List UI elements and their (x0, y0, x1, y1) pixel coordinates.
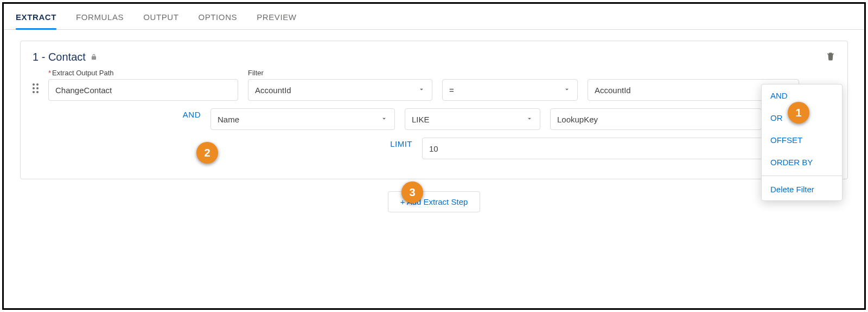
extract-step-panel: 1 - Contact *Extract Output Path ChangeC… (20, 41, 848, 179)
panel-title: 1 - Contact (33, 51, 98, 63)
tab-formulas[interactable]: FORMULAS (76, 12, 124, 29)
chevron-down-icon (526, 115, 533, 124)
limit-label[interactable]: LIMIT (390, 139, 412, 154)
limit-row: LIMIT 10 (33, 138, 835, 159)
filter-label: Filter (248, 69, 432, 77)
filter-operator-value-2: LIKE (412, 115, 430, 124)
chevron-down-icon (563, 86, 571, 95)
connector-and-label[interactable]: AND (183, 110, 201, 125)
chevron-down-icon (380, 115, 388, 124)
lock-icon (90, 51, 98, 63)
menu-item-delete-filter[interactable]: Delete Filter (762, 178, 842, 200)
tab-output[interactable]: OUTPUT (143, 12, 178, 29)
limit-input[interactable]: 10 (422, 138, 775, 159)
menu-divider (762, 176, 842, 176)
filter-context-menu: AND OR OFFSET ORDER BY Delete Filter (761, 84, 843, 201)
filter-row-2: AND Name LIKE LookupKey (33, 108, 835, 130)
filter-field-select-1[interactable]: AccountId (248, 79, 432, 101)
tab-bar: EXTRACT FORMULAS OUTPUT OPTIONS PREVIEW (4, 4, 864, 30)
extract-output-path-input[interactable]: ChangeContact (48, 79, 238, 101)
annotation-callout-1: 1 (788, 102, 809, 123)
filter-field-value-1: AccountId (255, 86, 291, 95)
filter-operator-select-1[interactable]: = (442, 79, 578, 101)
menu-item-orderby[interactable]: ORDER BY (762, 151, 842, 173)
menu-item-offset[interactable]: OFFSET (762, 129, 842, 151)
annotation-callout-3: 3 (401, 181, 423, 203)
filter-field-select-2[interactable]: Name (210, 108, 395, 130)
filter-value-input-2[interactable]: LookupKey (550, 108, 762, 130)
required-marker: * (48, 69, 51, 77)
tab-options[interactable]: OPTIONS (198, 12, 237, 29)
tab-extract[interactable]: EXTRACT (16, 12, 56, 29)
annotation-callout-2: 2 (196, 142, 218, 164)
panel-title-text: 1 - Contact (33, 51, 86, 63)
filter-operator-value-1: = (449, 86, 454, 95)
filter-row-1: *Extract Output Path ChangeContact Filte… (33, 69, 835, 101)
drag-handle-icon[interactable] (33, 83, 39, 101)
filter-field-value-2: Name (218, 115, 239, 124)
tab-preview[interactable]: PREVIEW (257, 12, 296, 29)
extract-output-path-label: *Extract Output Path (48, 69, 238, 77)
trash-icon[interactable] (826, 51, 835, 63)
chevron-down-icon (418, 86, 425, 95)
filter-operator-select-2[interactable]: LIKE (405, 108, 540, 130)
